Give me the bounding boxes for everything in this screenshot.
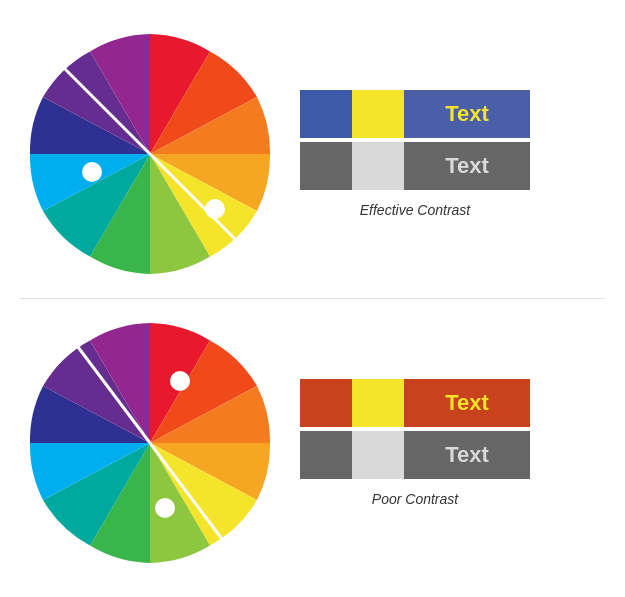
bottom-row-2: Text (300, 431, 530, 479)
top-swatch2 (352, 90, 404, 138)
bottom-panels: Text Text Poor Contrast (300, 379, 530, 507)
bottom-row-1: Text (300, 379, 530, 427)
top-swatch1 (300, 90, 352, 138)
top-row-1: Text (300, 90, 530, 138)
top-color-wheel (20, 24, 280, 284)
top-caption: Effective Contrast (300, 202, 530, 218)
top-row-2: Text (300, 142, 530, 190)
bottom-swatch4 (352, 431, 404, 479)
top-swatch4 (352, 142, 404, 190)
bottom-text-swatch: Text (404, 379, 530, 427)
bottom-color-wheel (20, 313, 280, 573)
bottom-swatch3 (300, 431, 352, 479)
main-container: Text Text Effective Contrast (0, 0, 625, 597)
bottom-swatch1 (300, 379, 352, 427)
svg-point-2 (205, 199, 225, 219)
bottom-caption: Poor Contrast (300, 491, 530, 507)
top-text-swatch: Text (404, 90, 530, 138)
svg-point-4 (170, 371, 190, 391)
svg-point-1 (82, 162, 102, 182)
svg-point-5 (155, 498, 175, 518)
bottom-row: Text Text Poor Contrast (0, 299, 625, 587)
top-swatch3 (300, 142, 352, 190)
top-panels: Text Text Effective Contrast (300, 90, 530, 218)
top-row: Text Text Effective Contrast (0, 10, 625, 298)
bottom-swatch2 (352, 379, 404, 427)
bottom-text-swatch2: Text (404, 431, 530, 479)
top-text-swatch2: Text (404, 142, 530, 190)
